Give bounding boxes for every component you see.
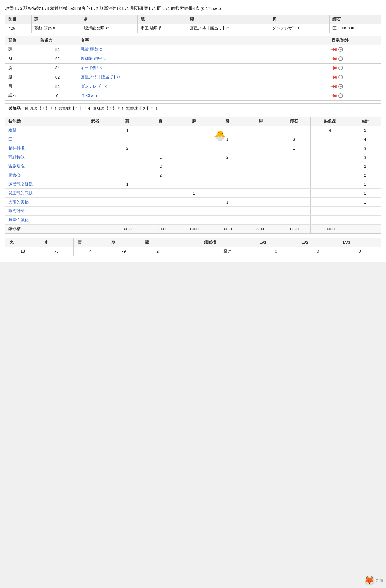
skill-name-attack[interactable]: 攻擊 [5,126,80,135]
minus-icon[interactable]: − [338,84,343,89]
part-body-empty [178,54,328,63]
skill-body-takumi [144,135,177,144]
part-charm-pin[interactable]: 📌 − [328,91,381,100]
col-leg: 脚 [269,15,330,24]
skill-name-rathalos[interactable]: 火龍的奧秘 [5,197,80,206]
skill-body-weakpoint: 1 [144,153,177,162]
skill-waist-faint [211,162,244,171]
part-body-pin[interactable]: 📌 − [328,54,381,63]
part-head-pin[interactable]: 📌 − [328,45,381,54]
part-charm-name[interactable]: 匠 Charm III [78,91,178,100]
slot-head: 3-0-0 [111,224,144,233]
skill-arm-noattr [177,215,211,224]
part-head-defense: 84 [37,45,78,54]
table-row: 超會心 2 2 [5,171,381,180]
part-body-name[interactable]: 燦輝龍 鎧甲 α [78,54,178,63]
skill-deco-teostra [310,188,350,197]
pin-icon[interactable]: 📌 [330,55,338,63]
part-leg-name[interactable]: ダンテレザーα [78,82,178,91]
skill-arm-attack [177,126,211,135]
part-waist-pin[interactable]: 📌 − [328,73,381,82]
mascot-chick: 🐣 [214,130,226,141]
skill-body-spirit [144,144,177,153]
element-col-dragon: 龍 [141,238,174,247]
skill-name-weakpoint[interactable]: 弱點特效 [5,153,80,162]
element-col-ice: 冰 [107,238,141,247]
slot-row: 鑲嵌槽 3-0-0 1-0-0 1-0-0 3-0-0 2-0-0 1-1-0 … [5,224,381,233]
minus-icon[interactable]: − [338,47,343,52]
skill-charm-faint [277,162,310,171]
pin-icon[interactable]: 📌 [330,64,338,72]
slot-weapon [80,224,111,233]
element-ice-val: -9 [107,247,141,256]
slot-deco: 0-0-0 [310,224,350,233]
skill-deco-weakpoint [310,153,350,162]
part-leg-pin[interactable]: 📌 − [328,82,381,91]
pin-icon[interactable]: 📌 [330,45,338,53]
skill-name-supercrit[interactable]: 超會心 [5,171,80,180]
part-arm-defense: 84 [37,63,78,73]
minus-icon[interactable]: − [338,75,343,79]
slot-leg: 2-0-0 [244,224,277,233]
skill-total-faint: 2 [350,162,381,171]
pin-icon[interactable]: 📌 [330,73,338,81]
minus-icon[interactable]: − [338,93,343,98]
skill-deco-noattr [310,215,350,224]
skill-name-sharpen[interactable]: 剛刃研磨 [5,206,80,215]
table-row: 無屬性強化 1 1 [5,215,381,224]
skill-name-faint[interactable]: 昏厥耐性 [5,162,80,171]
minus-icon[interactable]: − [338,66,343,70]
skill-name-takumi[interactable]: 匠 [5,135,80,144]
skill-body-noattr [144,215,177,224]
skill-name-nergigante[interactable]: 滅盡龍之飢餓 [5,180,80,188]
decoration-row: 裝飾品 剛刃珠【２】＊１ 攻擊珠【１】＊４ 渾身珠【２】＊１ 無擊珠【２】＊１ [5,103,381,114]
skill-total-rathalos: 1 [350,197,381,206]
skill-arm-nergigante [177,180,211,188]
summary-charm: 匠 Charm III [329,24,381,33]
part-head-name[interactable]: 戰紋 頭盔 α [78,45,178,54]
summary-waist: 蒼星ノ将【腰当て】α [187,24,269,33]
skill-weapon-spirit [80,144,111,153]
skill-head-faint [111,162,144,171]
skill-head-rathalos [111,197,144,206]
part-leg-empty [178,82,328,91]
skill-leg-attack [244,126,277,135]
skill-total-takumi: 4 [350,135,381,144]
skill-name-spirit[interactable]: 精神抖擻 [5,144,80,153]
element-water-val: -5 [40,247,74,256]
skill-arm-spirit [177,144,211,153]
skill-arm-supercrit [177,171,211,180]
skill-waist-noattr [211,215,244,224]
slot-charm: 1-1-0 [277,224,310,233]
skill-body-sharpen [144,206,177,215]
element-fire-val: 13 [5,247,40,256]
minus-icon[interactable]: − [338,56,343,61]
part-arm-pin[interactable]: 📌 − [328,63,381,73]
table-row: 匠 🐣 1 3 4 [5,135,381,144]
skill-name-teostra[interactable]: 炎王龍的武技 [5,188,80,197]
skill-weapon-supercrit [80,171,111,180]
skill-total-attack: 5 [350,126,381,135]
element-col-fire: 火 [5,238,40,247]
skills-col-weapon: 武器 [80,117,111,126]
skill-waist-spirit [211,144,244,153]
skill-charm-teostra [277,188,310,197]
skill-weapon-teostra [80,188,111,197]
skill-arm-teostra: 1 [177,188,211,197]
table-row: 精神抖擻 2 1 3 [5,144,381,153]
pin-icon[interactable]: 📌 [330,82,338,90]
skill-charm-weakpoint [277,153,310,162]
parts-col-fixed: 固定/除外 [328,36,381,45]
part-waist-name[interactable]: 蒼星ノ将【腰当て】α [78,73,178,82]
skill-name-noattr[interactable]: 無屬性強化 [5,215,80,224]
skills-col-deco: 裝飾品 [310,117,350,126]
element-lv2-val: 0 [297,247,339,256]
skill-charm-sharpen: 1 [277,206,310,215]
element-section: 火 水 雷 冰 龍 | 鑲嵌槽 LV1 LV2 LV3 13 -5 4 -9 [5,238,381,256]
skill-arm-rathalos [177,197,211,206]
armor-summary-section: 防禦 頭 身 腕 腰 脚 護石 426 戰紋 頭盔 α 燦輝龍 鎧甲 α 帝王 … [5,15,381,33]
part-arm-name[interactable]: 帝王 腕甲 β [78,63,178,73]
table-row: 昏厥耐性 2 2 [5,162,381,171]
pin-icon[interactable]: 📌 [330,92,338,100]
part-charm-defense: 0 [37,91,78,100]
